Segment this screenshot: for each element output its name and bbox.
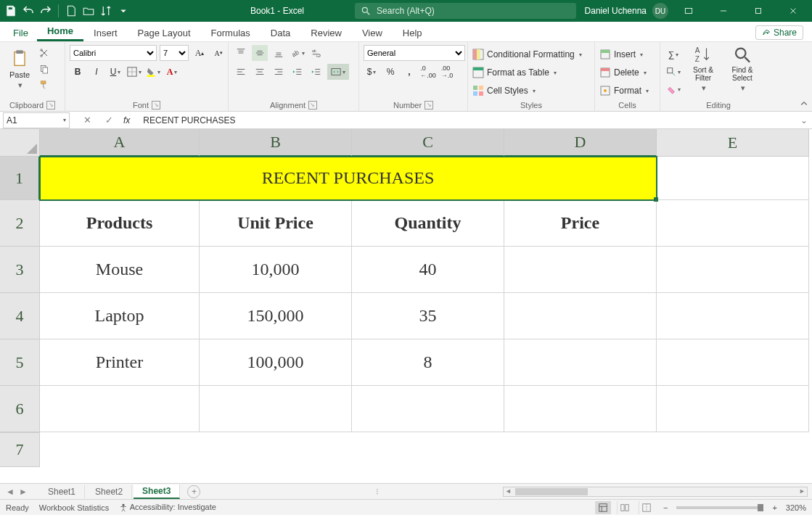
percent-format-icon[interactable]: % (382, 64, 398, 80)
cell-d6[interactable] (504, 386, 657, 432)
cell-a4[interactable]: Laptop (40, 293, 200, 339)
user-avatar[interactable]: DU (652, 3, 668, 19)
search-box[interactable]: Search (Alt+Q) (355, 3, 576, 19)
tab-home[interactable]: Home (37, 22, 83, 41)
cell-e4[interactable] (657, 293, 809, 339)
col-header-a[interactable]: A (40, 129, 200, 157)
horizontal-scrollbar[interactable]: ◄ ► (503, 487, 808, 497)
expand-formula-bar-icon[interactable]: ⌄ (800, 115, 812, 125)
cell-e1[interactable] (657, 157, 809, 200)
fill-color-button[interactable]: ▾ (145, 64, 161, 80)
increase-indent-icon[interactable] (308, 64, 324, 80)
maximize-icon[interactable] (744, 0, 773, 22)
save-icon[interactable] (4, 4, 17, 17)
col-header-b[interactable]: B (200, 129, 352, 157)
fx-icon[interactable]: fx (123, 115, 130, 125)
cell-c5[interactable]: 8 (352, 339, 504, 386)
new-file-icon[interactable] (65, 4, 78, 17)
minimize-icon[interactable] (709, 0, 738, 22)
font-name-combo[interactable]: Calibri (70, 45, 157, 61)
clear-icon[interactable]: ▾ (665, 83, 682, 96)
sheet-nav-next-icon[interactable]: ► (17, 486, 29, 498)
open-file-icon[interactable] (82, 4, 95, 17)
cell-d4[interactable] (504, 293, 657, 339)
cell-a6[interactable] (40, 386, 200, 432)
cell-b6[interactable] (200, 386, 352, 432)
worksheet-grid[interactable]: A B C D E 1 2 3 4 5 6 7 RECENT PURCHASES… (0, 129, 812, 483)
font-size-combo[interactable]: 7 (160, 45, 189, 61)
cell-d3[interactable] (504, 247, 657, 293)
page-layout-view-icon[interactable] (617, 501, 633, 514)
row-header-2[interactable]: 2 (0, 200, 40, 247)
zoom-in-icon[interactable]: + (769, 503, 779, 512)
formula-input[interactable]: RECENT PURCHASES (143, 115, 235, 125)
page-break-view-icon[interactable] (639, 501, 655, 514)
cell-d2[interactable]: Price (504, 200, 657, 247)
cell-a2[interactable]: Products (40, 200, 200, 247)
select-all-corner[interactable] (0, 129, 40, 157)
tab-scroll-split[interactable]: ⁝ (376, 487, 379, 497)
format-as-table-button[interactable]: Format as Table▾ (472, 65, 557, 81)
cell-c2[interactable]: Quantity (352, 200, 504, 247)
tab-data[interactable]: Data (261, 25, 300, 41)
row-header-3[interactable]: 3 (0, 247, 40, 293)
cell-b2[interactable]: Unit Price (200, 200, 352, 247)
autosum-icon[interactable]: ∑▾ (665, 48, 682, 61)
row-header-6[interactable]: 6 (0, 386, 40, 432)
share-button[interactable]: Share (755, 25, 803, 40)
cell-styles-button[interactable]: Cell Styles▾ (472, 83, 536, 99)
user-name[interactable]: Daniel Uchenna (585, 6, 647, 16)
font-launcher-icon[interactable]: ↘ (152, 101, 160, 110)
underline-button[interactable]: U▾ (107, 64, 123, 80)
fill-icon[interactable]: ▾ (665, 65, 682, 78)
format-cells-button[interactable]: Format▾ (599, 83, 649, 99)
row-header-5[interactable]: 5 (0, 339, 40, 386)
clipboard-launcher-icon[interactable]: ↘ (46, 101, 55, 110)
workbook-statistics[interactable]: Workbook Statistics (39, 503, 109, 512)
ribbon-display-options-icon[interactable] (674, 0, 703, 22)
align-right-icon[interactable] (271, 64, 287, 80)
font-color-button[interactable]: A▾ (164, 64, 180, 80)
decrease-font-icon[interactable]: A▾ (210, 45, 226, 61)
increase-font-icon[interactable]: A▴ (192, 45, 208, 61)
tab-formulas[interactable]: Formulas (201, 25, 261, 41)
align-middle-icon[interactable] (252, 45, 268, 61)
cell-e6[interactable] (657, 386, 809, 432)
find-select-button[interactable]: Find & Select▾ (724, 45, 760, 93)
number-format-combo[interactable]: General (364, 45, 465, 61)
add-sheet-icon[interactable]: + (187, 485, 200, 498)
col-header-e[interactable]: E (657, 129, 809, 157)
sheet-tab-3[interactable]: Sheet3 (134, 484, 180, 499)
accessibility-status[interactable]: Accessibility: Investigate (119, 503, 216, 512)
sheet-tab-1[interactable]: Sheet1 (39, 485, 85, 498)
decrease-decimal-icon[interactable]: .00→.0 (439, 64, 455, 80)
col-header-d[interactable]: D (504, 129, 657, 157)
zoom-out-icon[interactable]: − (660, 503, 670, 512)
accounting-format-icon[interactable]: $▾ (364, 64, 380, 80)
row-header-4[interactable]: 4 (0, 293, 40, 339)
cell-b4[interactable]: 150,000 (200, 293, 352, 339)
comma-format-icon[interactable]: , (401, 64, 417, 80)
zoom-slider[interactable] (676, 506, 763, 509)
bold-button[interactable]: B (70, 64, 86, 80)
tab-view[interactable]: View (352, 25, 393, 41)
align-top-icon[interactable] (233, 45, 249, 61)
zoom-level[interactable]: 320% (786, 503, 806, 512)
decrease-indent-icon[interactable] (290, 64, 305, 80)
increase-decimal-icon[interactable]: .0←.00 (420, 64, 436, 80)
cell-b3[interactable]: 10,000 (200, 247, 352, 293)
normal-view-icon[interactable] (595, 501, 611, 514)
cell-e2[interactable] (657, 200, 809, 247)
cell-e3[interactable] (657, 247, 809, 293)
align-left-icon[interactable] (233, 64, 249, 80)
file-tab[interactable]: File (4, 25, 37, 41)
qat-customize-icon[interactable] (117, 4, 130, 17)
number-launcher-icon[interactable]: ↘ (425, 101, 433, 110)
copy-icon[interactable] (38, 62, 51, 75)
row-header-7[interactable]: 7 (0, 432, 40, 467)
delete-cells-button[interactable]: Delete▾ (599, 65, 647, 81)
undo-icon[interactable] (22, 4, 35, 17)
orientation-icon[interactable]: ab▾ (290, 45, 305, 61)
cut-icon[interactable] (38, 46, 51, 59)
collapse-ribbon-icon[interactable] (796, 42, 812, 112)
